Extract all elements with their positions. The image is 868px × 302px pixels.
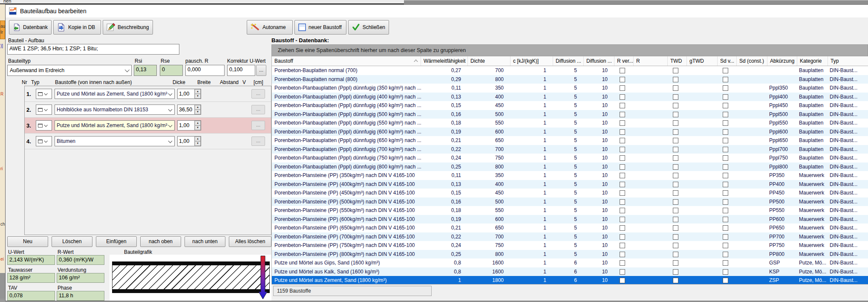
db-group-by-bar[interactable]: Ziehen Sie eine Spaltenüberschrift hierh… [271, 44, 868, 56]
checkbox[interactable] [723, 269, 728, 275]
checkbox[interactable] [620, 278, 625, 283]
checkbox[interactable] [620, 182, 625, 187]
einfuegen-button[interactable]: Einfügen [96, 236, 137, 247]
checkbox[interactable] [673, 243, 678, 248]
checkbox[interactable] [723, 173, 728, 178]
checkbox[interactable] [723, 85, 728, 91]
nach-oben-button[interactable]: nach oben [140, 236, 181, 247]
checkbox[interactable] [620, 234, 625, 240]
checkbox[interactable] [673, 164, 678, 170]
checkbox[interactable] [673, 260, 678, 266]
checkbox[interactable] [620, 225, 625, 231]
checkbox[interactable] [723, 199, 728, 205]
db-row[interactable]: Porenbeton-Planbauplatten (Pppl) dünnfug… [272, 154, 868, 163]
checkbox[interactable] [723, 147, 728, 152]
db-row[interactable]: Porenbeton-Planbauplatten (Pppl) dünnfug… [272, 145, 868, 154]
checkbox[interactable] [673, 190, 678, 196]
checkbox[interactable] [620, 155, 625, 161]
pausch-r-field[interactable]: 0,000 [185, 65, 225, 76]
db-row[interactable]: Porenbeton-Plansteine (PP) (700kg/m³) na… [272, 232, 868, 241]
checkbox[interactable] [620, 208, 625, 213]
checkbox[interactable] [723, 155, 728, 161]
db-column-header-7[interactable]: R ver... [614, 56, 634, 66]
db-column-header-12[interactable]: Sd (const.) [737, 56, 767, 66]
layer-row-4[interactable]: 4.Bitumen1,00▲▼... [25, 134, 271, 149]
nach-unten-button[interactable]: nach unten [185, 236, 225, 247]
checkbox[interactable] [673, 138, 678, 143]
db-row[interactable]: Porenbeton-Planbauplatten (Pppl) dünnfug… [272, 136, 868, 145]
db-row[interactable]: Porenbeton-Plansteine (PP) (450kg/m³) na… [272, 189, 868, 197]
dialog-titlebar[interactable]: EP Bauteilaufbau bearbeiten [6, 5, 868, 17]
db-row[interactable]: Porenbeton-Plansteine (PP) (650kg/m³) na… [272, 224, 868, 232]
checkbox[interactable] [723, 243, 728, 248]
checkbox[interactable] [723, 278, 728, 283]
layer-typ-select[interactable] [36, 89, 52, 99]
checkbox[interactable] [673, 234, 678, 240]
checkbox[interactable] [723, 68, 728, 73]
db-row[interactable]: Porenbeton-Planbauplatten (Pppl) dünnfug… [272, 163, 868, 171]
checkbox[interactable] [620, 243, 625, 248]
spinner-down-icon[interactable]: ▼ [195, 110, 201, 114]
checkbox[interactable] [620, 94, 625, 100]
neu-button[interactable]: Neu [7, 236, 48, 247]
checkbox[interactable] [673, 112, 678, 117]
checkbox[interactable] [673, 269, 678, 275]
db-column-header-1[interactable]: Baustoff [272, 56, 421, 66]
checkbox[interactable] [723, 182, 728, 187]
layer-material-select[interactable]: Putze und Mörtel aus Zement, Sand (1800 … [55, 89, 175, 99]
checkbox[interactable] [620, 68, 625, 73]
checkbox[interactable] [673, 217, 678, 222]
checkbox[interactable] [723, 129, 728, 135]
checkbox[interactable] [723, 260, 728, 266]
layer-typ-select[interactable] [36, 120, 52, 131]
checkbox[interactable] [620, 147, 625, 152]
autoname-button[interactable]: Autoname [247, 20, 293, 35]
db-column-header-8[interactable]: R [634, 56, 668, 66]
layer-material-select[interactable]: Putze und Mörtel aus Zement, Sand (1800 … [55, 120, 175, 131]
checkbox[interactable] [673, 85, 678, 91]
checkbox[interactable] [723, 164, 728, 170]
layer-more-button[interactable]: ... [251, 136, 265, 146]
layer-material-select[interactable]: Bitumen [55, 136, 175, 146]
db-column-header-2[interactable]: Wärmeleitfähigkeit [421, 56, 468, 66]
db-row[interactable]: Porenbeton-Plansteine (PP) (750kg/m³) na… [272, 241, 868, 250]
layer-material-select[interactable]: Hohlblöcke aus Normalbeton DIN 18153 [55, 105, 175, 115]
checkbox[interactable] [723, 208, 728, 213]
korrektur-more-button[interactable]: ... [256, 65, 266, 76]
db-row[interactable]: Putze und Mörtel aus Kalk, Sand (1600 kg… [272, 267, 868, 276]
layer-typ-select[interactable] [36, 136, 52, 146]
checkbox[interactable] [620, 190, 625, 196]
checkbox[interactable] [620, 199, 625, 205]
checkbox[interactable] [673, 120, 678, 126]
checkbox[interactable] [620, 173, 625, 178]
layer-dicke-spinner[interactable]: 36,50▲▼ [177, 105, 201, 115]
db-row[interactable]: Porenbeton-Plansteine (PP) (500kg/m³) na… [272, 197, 868, 206]
db-row[interactable]: Porenbeton-Planbauplatten (Pppl) dünnfug… [272, 93, 868, 102]
checkbox[interactable] [620, 260, 625, 266]
checkbox[interactable] [673, 77, 678, 82]
layer-row-3[interactable]: 3.Putze und Mörtel aus Zement, Sand (180… [25, 118, 271, 134]
checkbox[interactable] [673, 182, 678, 187]
checkbox[interactable] [723, 120, 728, 126]
checkbox[interactable] [723, 94, 728, 100]
aufbau-input[interactable]: AWE 1 ZSP; 36,5 Hbn; 1 ZSP; 1 Bitu; [7, 44, 179, 55]
db-column-header-5[interactable]: Diffusion ... [553, 56, 584, 66]
db-column-header-10[interactable]: gTWD [687, 56, 718, 66]
bauteiltyp-select[interactable]: Außenwand im Erdreich [7, 65, 132, 76]
layer-more-button[interactable]: ... [251, 105, 265, 114]
checkbox[interactable] [673, 208, 678, 213]
db-column-header-4[interactable]: c [kJ/(kgK)] [510, 56, 553, 66]
db-column-header-14[interactable]: Kategorie [797, 56, 828, 66]
checkbox[interactable] [723, 234, 728, 240]
checkbox[interactable] [620, 103, 625, 108]
layer-row-2[interactable]: 2.Hohlblöcke aus Normalbeton DIN 1815336… [25, 102, 271, 118]
schliessen-button[interactable]: Schließen [348, 20, 389, 35]
checkbox[interactable] [723, 252, 728, 257]
layer-typ-select[interactable] [36, 105, 52, 115]
neuer-baustoff-button[interactable]: neuer Baustoff [294, 20, 346, 35]
db-column-header-15[interactable]: Typ [828, 56, 868, 66]
checkbox[interactable] [673, 129, 678, 135]
checkbox[interactable] [620, 77, 625, 82]
db-row[interactable]: Putze und Mörtel aus Zement, Sand (1800 … [272, 276, 868, 284]
checkbox[interactable] [723, 103, 728, 108]
